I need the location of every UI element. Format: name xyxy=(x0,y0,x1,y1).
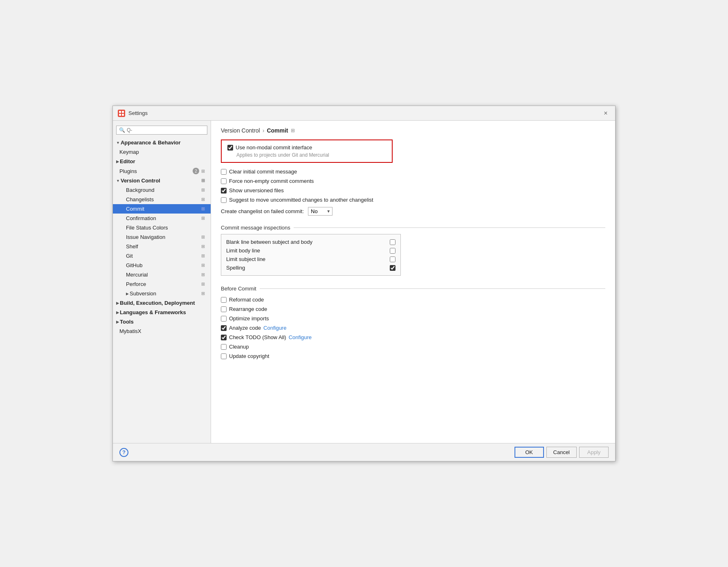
sidebar-item-confirmation[interactable]: Confirmation ⊞ xyxy=(113,214,211,223)
sidebar-item-build[interactable]: ▶ Build, Execution, Deployment xyxy=(113,298,211,308)
sidebar-item-languages[interactable]: ▶ Languages & Frameworks xyxy=(113,308,211,317)
sidebar-item-mybatisx[interactable]: MybatisX xyxy=(113,326,211,336)
inspections-box: Blank line between subject and body Limi… xyxy=(221,234,401,276)
suggest-move-label: Suggest to move uncommitted changes to a… xyxy=(229,197,373,203)
sidebar-item-plugins[interactable]: Plugins 2 ⊞ xyxy=(113,166,211,176)
suggest-move-checkbox[interactable] xyxy=(221,197,227,203)
optimize-imports-checkbox[interactable] xyxy=(221,316,227,322)
update-copyright-checkbox[interactable] xyxy=(221,353,227,359)
settings-icon-subversion: ⊞ xyxy=(200,291,206,297)
analyze-code-checkbox[interactable] xyxy=(221,325,227,331)
sidebar-item-file-status-colors[interactable]: File Status Colors xyxy=(113,223,211,232)
create-changelist-select[interactable]: No Yes xyxy=(308,207,333,216)
apply-button[interactable]: Apply xyxy=(579,447,609,458)
bottom-buttons: OK Cancel Apply xyxy=(515,447,609,458)
highlighted-option-box: Use non-modal commit interface Applies t… xyxy=(221,140,393,163)
inspection-spelling-row: Spelling xyxy=(226,263,395,272)
inspection-blank-line-checkbox[interactable] xyxy=(390,239,395,245)
settings-icon-confirmation: ⊞ xyxy=(200,216,206,221)
check-todo-row: Check TODO (Show All) Configure xyxy=(221,334,605,340)
sidebar-item-commit[interactable]: Commit ⊞ xyxy=(113,204,211,214)
rearrange-checkbox[interactable] xyxy=(221,306,227,312)
settings-icon-plugins: ⊞ xyxy=(200,168,206,174)
reformat-checkbox[interactable] xyxy=(221,297,227,303)
inspection-limit-body-label: Limit body line xyxy=(226,248,260,254)
clear-initial-checkbox[interactable] xyxy=(221,169,227,175)
close-button[interactable]: × xyxy=(601,109,610,118)
show-unversioned-row: Show unversioned files xyxy=(221,187,605,194)
sidebar-item-tools[interactable]: ▶ Tools xyxy=(113,317,211,326)
rearrange-row: Rearrange code xyxy=(221,306,605,312)
help-button[interactable]: ? xyxy=(119,448,128,457)
use-non-modal-checkbox[interactable] xyxy=(227,145,233,151)
cleanup-label: Cleanup xyxy=(229,344,249,350)
sidebar-item-subversion[interactable]: ▶ Subversion ⊞ xyxy=(113,289,211,298)
inspection-blank-line-row: Blank line between subject and body xyxy=(226,238,395,246)
content-area: 🔍 ▼ Appearance & Behavior Keymap ▶ Edito… xyxy=(113,121,615,443)
settings-icon-github: ⊞ xyxy=(200,263,206,268)
svg-rect-3 xyxy=(122,114,124,116)
sidebar-item-appearance[interactable]: ▼ Appearance & Behavior xyxy=(113,138,211,147)
breadcrumb: Version Control › Commit ⊞ xyxy=(221,127,605,134)
sidebar-item-background[interactable]: Background ⊞ xyxy=(113,185,211,195)
cleanup-row: Cleanup xyxy=(221,344,605,350)
sidebar-item-shelf[interactable]: Shelf ⊞ xyxy=(113,242,211,251)
main-panel: Version Control › Commit ⊞ Use non-modal… xyxy=(211,121,615,443)
sidebar-item-github[interactable]: GitHub ⊞ xyxy=(113,261,211,270)
settings-icon-commit: ⊞ xyxy=(200,206,206,212)
inspection-limit-subject-row: Limit subject line xyxy=(226,255,395,263)
optimize-imports-label: Optimize imports xyxy=(229,315,269,322)
use-non-modal-sublabel: Applies to projects under Git and Mercur… xyxy=(227,152,386,158)
force-non-empty-row: Force non-empty commit comments xyxy=(221,178,605,184)
inspection-limit-body-row: Limit body line xyxy=(226,246,395,255)
sidebar-item-git[interactable]: Git ⊞ xyxy=(113,251,211,261)
breadcrumb-separator: › xyxy=(263,127,265,134)
check-todo-checkbox[interactable] xyxy=(221,335,227,340)
title-bar-left: Settings xyxy=(118,110,148,117)
app-icon xyxy=(118,110,125,117)
search-icon: 🔍 xyxy=(119,127,125,133)
use-non-modal-row: Use non-modal commit interface xyxy=(227,144,386,151)
search-input[interactable] xyxy=(127,127,204,133)
reformat-label: Reformat code xyxy=(229,297,264,303)
expand-arrow-vc: ▼ xyxy=(116,179,120,183)
sidebar-item-issue-navigation[interactable]: Issue Navigation ⊞ xyxy=(113,232,211,242)
sidebar-item-version-control[interactable]: ▼ Version Control ⊞ xyxy=(113,176,211,185)
create-changelist-row: Create changelist on failed commit: No Y… xyxy=(221,207,605,216)
create-changelist-dropdown-wrapper[interactable]: No Yes ▼ xyxy=(308,207,333,216)
inspection-limit-subject-checkbox[interactable] xyxy=(390,256,395,262)
create-changelist-label: Create changelist on failed commit: xyxy=(221,208,304,214)
sidebar-item-editor[interactable]: ▶ Editor xyxy=(113,157,211,166)
sidebar-item-keymap[interactable]: Keymap xyxy=(113,147,211,157)
expand-arrow-build: ▶ xyxy=(116,301,119,305)
settings-icon-vc: ⊞ xyxy=(200,178,206,184)
update-copyright-row: Update copyright xyxy=(221,353,605,359)
search-box[interactable]: 🔍 xyxy=(116,126,207,135)
force-non-empty-checkbox[interactable] xyxy=(221,178,227,184)
breadcrumb-icon: ⊞ xyxy=(291,128,295,133)
rearrange-label: Rearrange code xyxy=(229,306,267,312)
analyze-code-row: Analyze code Configure xyxy=(221,325,605,331)
ok-button[interactable]: OK xyxy=(515,447,544,458)
sidebar-item-perforce[interactable]: Perforce ⊞ xyxy=(113,279,211,289)
check-todo-configure-link[interactable]: Configure xyxy=(289,334,312,340)
before-commit-section: Reformat code Rearrange code Optimize im… xyxy=(221,297,605,362)
expand-arrow-languages: ▶ xyxy=(116,310,119,315)
analyze-code-configure-link[interactable]: Configure xyxy=(263,325,286,331)
inspection-blank-line-label: Blank line between subject and body xyxy=(226,239,312,245)
sidebar-item-mercurial[interactable]: Mercurial ⊞ xyxy=(113,270,211,279)
settings-icon-mercurial: ⊞ xyxy=(200,272,206,278)
cancel-button[interactable]: Cancel xyxy=(546,447,577,458)
suggest-move-row: Suggest to move uncommitted changes to a… xyxy=(221,197,605,203)
inspection-limit-body-checkbox[interactable] xyxy=(390,248,395,254)
inspection-spelling-label: Spelling xyxy=(226,265,245,271)
clear-initial-label: Clear initial commit message xyxy=(229,169,297,175)
breadcrumb-current: Commit xyxy=(267,127,288,134)
show-unversioned-label: Show unversioned files xyxy=(229,187,284,194)
cleanup-checkbox[interactable] xyxy=(221,344,227,350)
reformat-row: Reformat code xyxy=(221,297,605,303)
sidebar-item-changelists[interactable]: Changelists ⊞ xyxy=(113,195,211,204)
show-unversioned-checkbox[interactable] xyxy=(221,188,227,194)
inspection-spelling-checkbox[interactable] xyxy=(390,265,395,271)
settings-icon-git: ⊞ xyxy=(200,253,206,259)
